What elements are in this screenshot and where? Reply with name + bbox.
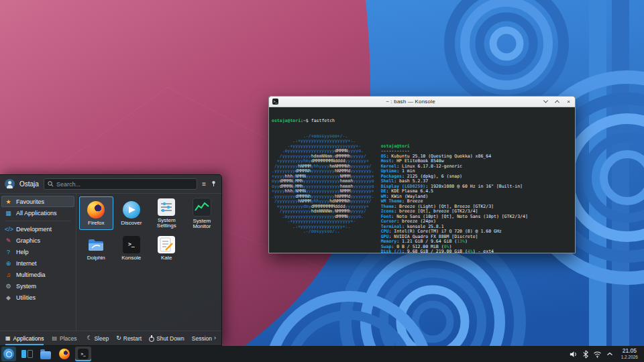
kate-icon [158, 236, 175, 253]
sidebar-item-favourites[interactable]: ★Favourites [1, 196, 74, 207]
chevron-down-icon [543, 99, 548, 103]
terminal-command-line: ostaja@tori:~$fastfetch [272, 119, 572, 124]
folder-icon [40, 351, 51, 359]
firefox-icon [59, 349, 70, 359]
desktop: >_ ~ : bash — Konsole × ostaja@tori:~$fa… [0, 0, 644, 362]
bluetooth-icon[interactable] [580, 348, 591, 360]
app-tile-kate[interactable]: Kate [150, 231, 184, 265]
close-button[interactable]: × [566, 99, 572, 105]
sidebar-item-graphics[interactable]: ✎Graphics [0, 235, 76, 246]
kubuntu-logo-icon [3, 349, 14, 359]
sidebar-item-system[interactable]: ⚙System [0, 280, 76, 292]
user-name: Ostaja [19, 180, 39, 188]
category-sidebar: ★Favourites ▦All Applications </>Develop… [0, 194, 76, 330]
restart-button[interactable]: ↻Restart [116, 335, 142, 342]
fastfetch-lines: ostaja@tori-----------OS: Kubuntu 25.10 … [381, 144, 528, 255]
chevron-up-icon [555, 100, 559, 105]
virtual-desktop-pager[interactable] [19, 347, 35, 361]
konsole-app-icon: >_ [272, 99, 278, 105]
system-settings-icon [158, 198, 175, 216]
sidebar-item-multimedia[interactable]: ♫Multimedia [0, 269, 76, 280]
app-tile-system-monitor[interactable]: System Monitor [185, 196, 219, 230]
sidebar-item-utilities[interactable]: ◆Utilities [0, 292, 76, 303]
dolphin-icon [87, 236, 105, 253]
grid-icon: ▦ [5, 335, 11, 341]
digital-clock[interactable]: 21.05 1.2.2026 [616, 348, 643, 360]
konsole-icon: >_ [123, 236, 140, 253]
konsole-window: >_ ~ : bash — Konsole × ostaja@tori:~$fa… [268, 96, 576, 253]
volume-icon[interactable] [568, 348, 579, 360]
globe-icon: ⊕ [5, 260, 12, 267]
fastfetch-output: ostaja@tori-----------OS: Kubuntu 25.10 … [381, 134, 528, 255]
user-avatar[interactable] [5, 179, 15, 189]
sidebar-item-internet[interactable]: ⊕Internet [0, 257, 76, 269]
star-icon: ★ [5, 198, 12, 205]
gear-icon: ⚙ [5, 283, 12, 290]
code-icon: </> [5, 226, 12, 233]
app-tile-system-settings[interactable]: System Settings [150, 196, 184, 230]
system-monitor-icon [193, 198, 211, 217]
chevron-right-icon: › [214, 335, 216, 341]
konsole-icon: >_ [78, 349, 89, 359]
app-tile-firefox[interactable]: Firefox [79, 196, 113, 230]
window-title: ~ : bash — Konsole [281, 99, 540, 105]
task-konsole[interactable]: >_ [75, 347, 91, 361]
search-icon [48, 181, 54, 187]
terminal-view[interactable]: ostaja@tori:~$fastfetch .-/+oossyysoo+/-… [269, 107, 575, 254]
pin-icon[interactable] [211, 180, 217, 188]
tray-expander-icon[interactable] [604, 348, 615, 360]
pager-icon [21, 351, 33, 358]
pencil-icon: ✎ [5, 237, 12, 244]
sort-icon[interactable]: ≡ [202, 181, 206, 188]
restart-icon: ↻ [116, 335, 121, 341]
sidebar-item-help[interactable]: ?Help [0, 246, 76, 257]
moon-icon: ☾ [87, 335, 92, 341]
minimize-button[interactable] [543, 99, 549, 105]
grid-icon: ▦ [5, 210, 12, 217]
tools-icon: ◆ [5, 294, 12, 301]
session-button[interactable]: Session› [192, 335, 216, 342]
application-launcher: Ostaja Search... ≡ ★Favourites ▦All Appl… [0, 174, 222, 346]
app-tile-discover[interactable]: Discover [115, 196, 149, 230]
window-titlebar[interactable]: >_ ~ : bash — Konsole × [269, 97, 575, 107]
search-placeholder: Search... [56, 181, 80, 188]
power-icon [149, 337, 154, 342]
sidebar-item-all-applications[interactable]: ▦All Applications [0, 207, 76, 219]
folder-icon: ▤ [52, 335, 57, 341]
app-tile-dolphin[interactable]: Dolphin [79, 231, 113, 265]
shutdown-button[interactable]: Shut Down [149, 335, 184, 342]
music-icon: ♫ [5, 272, 12, 278]
fastfetch-logo: .-/+oossyysoo+/-. .:+yyyyyyyyyyyyyyyyyy+… [272, 134, 374, 255]
firefox-icon [87, 201, 105, 219]
sidebar-separator [5, 221, 71, 221]
maximize-button[interactable] [554, 99, 560, 105]
search-input[interactable]: Search... [44, 178, 197, 190]
app-tile-konsole[interactable]: >_ Konsole [115, 231, 149, 265]
help-icon: ? [5, 249, 12, 255]
discover-icon [123, 201, 140, 219]
tab-applications[interactable]: ▦Applications [5, 331, 44, 345]
task-dolphin[interactable] [38, 347, 54, 361]
sleep-button[interactable]: ☾Sleep [87, 335, 109, 342]
task-firefox[interactable] [56, 347, 72, 361]
sidebar-item-development[interactable]: </>Development [0, 223, 76, 235]
tab-places[interactable]: ▤Places [52, 331, 76, 345]
application-launcher-button[interactable] [1, 347, 16, 361]
taskbar: >_ 21.05 1.2.2026 [0, 346, 644, 362]
favourites-grid: Firefox Discover System Settings System … [76, 194, 221, 330]
network-icon[interactable] [592, 348, 603, 360]
